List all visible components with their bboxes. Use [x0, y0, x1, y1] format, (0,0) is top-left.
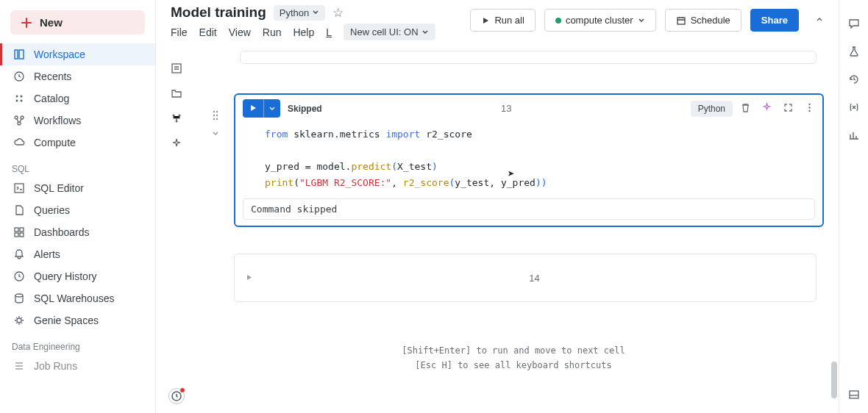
toc-icon[interactable] — [171, 62, 182, 74]
scrollbar-thumb[interactable] — [831, 362, 837, 398]
notebook-title[interactable]: Model training — [171, 4, 266, 21]
flask-icon[interactable] — [848, 46, 860, 57]
sidebar-item-workspace[interactable]: Workspace — [0, 43, 155, 65]
svg-point-5 — [16, 100, 18, 102]
activity-indicator[interactable] — [168, 388, 185, 404]
cell-more-menu[interactable] — [804, 102, 815, 115]
sidebar-item-alerts[interactable]: Alerts — [0, 243, 155, 265]
ai-assist-button[interactable] — [761, 102, 772, 115]
play-icon — [249, 104, 257, 112]
play-icon — [245, 273, 253, 281]
comment-icon[interactable] — [848, 18, 860, 29]
bell-icon — [13, 248, 25, 260]
cluster-selector[interactable]: compute cluster — [544, 9, 656, 32]
favorite-button[interactable]: ☆ — [332, 5, 344, 21]
cell-number: 14 — [253, 273, 816, 284]
svg-point-9 — [18, 122, 21, 125]
previous-cell-collapsed[interactable] — [240, 51, 817, 64]
history-icon[interactable] — [848, 73, 860, 85]
warehouse-icon — [13, 292, 25, 304]
cell-status: Skipped — [288, 104, 322, 114]
schedule-button[interactable]: Schedule — [665, 9, 741, 32]
run-cell-button[interactable] — [245, 273, 253, 284]
sidebar-item-compute[interactable]: Compute — [0, 132, 155, 154]
svg-point-32 — [808, 109, 810, 111]
sidebar-item-catalog[interactable]: Catalog — [0, 87, 155, 109]
top-header: Model training Python ☆ File Edit View R… — [156, 0, 839, 45]
chevron-down-icon — [638, 17, 645, 24]
svg-point-29 — [216, 118, 218, 120]
svg-rect-10 — [15, 184, 24, 193]
menu-edit[interactable]: Edit — [199, 26, 217, 38]
grip-icon — [212, 109, 219, 121]
notebook-scroll-area[interactable]: Skipped 13 Python — [197, 45, 839, 413]
svg-point-25 — [216, 111, 218, 112]
svg-point-8 — [21, 116, 24, 119]
sparkle-icon[interactable] — [171, 137, 182, 149]
collapse-header-button[interactable] — [808, 10, 831, 30]
genie-icon — [13, 315, 25, 326]
cell-collapse-toggle[interactable] — [212, 129, 219, 140]
cell-drag-handle[interactable] — [212, 109, 219, 123]
new-button[interactable]: New — [10, 10, 145, 35]
language-selector[interactable]: Python — [274, 5, 325, 21]
svg-point-3 — [16, 96, 18, 98]
svg-point-6 — [21, 100, 23, 102]
sidebar-item-label: Recents — [34, 71, 71, 82]
sidebar-item-dashboards[interactable]: Dashboards — [0, 221, 155, 243]
workspace-icon — [13, 49, 25, 60]
sql-editor-icon — [13, 182, 25, 194]
cell-code-editor[interactable]: from sklearn.metrics import r2_score y_p… — [235, 122, 822, 198]
clock-icon — [13, 71, 25, 82]
variables-icon[interactable] — [848, 101, 860, 113]
expand-cell-button[interactable] — [783, 102, 794, 115]
next-cell[interactable]: 14 — [234, 254, 817, 302]
svg-point-27 — [216, 115, 218, 116]
chart-icon[interactable] — [848, 129, 860, 141]
menu-run[interactable]: Run — [263, 26, 282, 38]
cell-ui-label: New cell UI: ON — [350, 26, 418, 37]
folder-icon[interactable] — [171, 87, 182, 99]
sidebar-item-query-history[interactable]: Query History — [0, 265, 155, 287]
svg-rect-0 — [15, 50, 18, 59]
sidebar-item-label: Compute — [34, 137, 76, 148]
svg-rect-33 — [850, 391, 858, 398]
share-button[interactable]: Share — [750, 9, 799, 32]
panel-icon[interactable] — [848, 389, 860, 401]
run-all-button[interactable]: Run all — [470, 9, 535, 32]
last-edit-indicator[interactable]: L — [326, 26, 332, 38]
run-cell-button[interactable] — [243, 99, 263, 118]
delete-cell-button[interactable] — [740, 102, 751, 115]
run-cell-dropdown[interactable] — [263, 99, 280, 118]
sidebar-item-sql-warehouses[interactable]: SQL Warehouses — [0, 287, 155, 309]
chevron-down-icon — [312, 9, 319, 16]
sidebar-item-workflows[interactable]: Workflows — [0, 109, 155, 132]
trash-icon — [740, 102, 751, 113]
sidebar-item-recents[interactable]: Recents — [0, 65, 155, 87]
cell-output: Command skipped — [243, 198, 815, 220]
notification-dot — [179, 387, 185, 393]
notebook-left-gutter — [156, 45, 197, 413]
run-cell-group — [243, 99, 280, 118]
job-runs-icon — [13, 360, 25, 372]
schema-icon[interactable] — [171, 112, 182, 124]
sidebar-item-queries[interactable]: Queries — [0, 199, 155, 221]
cell-ui-toggle[interactable]: New cell UI: ON — [344, 24, 435, 40]
svg-rect-18 — [677, 18, 685, 24]
active-cell: Skipped 13 Python — [218, 93, 824, 227]
keyboard-hints: [Shift+Enter] to run and move to next ce… — [203, 343, 824, 373]
menu-file[interactable]: File — [171, 26, 188, 38]
sidebar-item-sql-editor[interactable]: SQL Editor — [0, 177, 155, 199]
workflows-icon — [13, 115, 25, 126]
sidebar-item-job-runs[interactable]: Job Runs — [0, 355, 155, 377]
menu-help[interactable]: Help — [293, 26, 314, 38]
svg-point-28 — [213, 118, 215, 120]
chevron-down-icon — [421, 29, 429, 36]
sidebar-item-label: Alerts — [34, 248, 60, 260]
svg-rect-14 — [20, 233, 24, 237]
cell-language-badge[interactable]: Python — [691, 101, 733, 117]
queries-icon — [13, 204, 25, 216]
catalog-icon — [13, 93, 25, 104]
sidebar-item-genie[interactable]: Genie Spaces — [0, 309, 155, 331]
menu-view[interactable]: View — [229, 26, 251, 38]
